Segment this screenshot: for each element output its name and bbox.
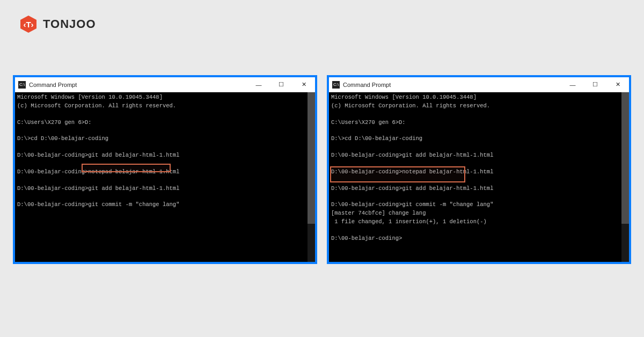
window-title: Command Prompt [343, 82, 391, 88]
minimize-button[interactable]: — [247, 77, 270, 92]
term-line: C:\Users\X270 gen 6>D: [17, 119, 313, 127]
titlebar[interactable]: C:\ Command Prompt — ☐ ✕ [329, 77, 629, 92]
terminal-body[interactable]: Microsoft Windows [Version 10.0.19045.34… [329, 92, 629, 262]
close-button[interactable]: ✕ [606, 77, 629, 92]
minimize-button[interactable]: — [561, 77, 584, 92]
scrollbar[interactable] [621, 92, 629, 262]
term-line: D:\00-belajar-coding>git add belajar-htm… [17, 185, 313, 193]
titlebar[interactable]: C:\ Command Prompt — ☐ ✕ [15, 77, 315, 92]
term-line: (c) Microsoft Corporation. All rights re… [331, 102, 627, 111]
window-controls: — ☐ ✕ [247, 77, 315, 92]
term-line: D:\00-belajar-coding>notepad belajar-htm… [17, 168, 313, 177]
term-line: D:\00-belajar-coding>git add belajar-htm… [331, 185, 627, 193]
term-line: D:\00-belajar-coding>notepad belajar-htm… [331, 168, 627, 177]
cmd-window-left: C:\ Command Prompt — ☐ ✕ Microsoft Windo… [13, 75, 317, 264]
term-line: (c) Microsoft Corporation. All rights re… [17, 102, 313, 111]
term-output: [master 74cbfce] change lang [331, 209, 627, 218]
maximize-button[interactable]: ☐ [584, 77, 606, 92]
term-line: Microsoft Windows [Version 10.0.19045.34… [331, 93, 627, 102]
term-output: 1 file changed, 1 insertion(+), 1 deleti… [331, 218, 627, 226]
scrollbar[interactable] [308, 92, 315, 262]
logo-hex-icon: ‹T› [19, 15, 38, 33]
window-controls: — ☐ ✕ [561, 77, 629, 92]
term-line: D:\>cd D:\00-belajar-coding [331, 135, 627, 143]
term-prompt: D:\00-belajar-coding> [331, 201, 402, 208]
svg-text:‹T›: ‹T› [23, 20, 33, 29]
term-line: D:\00-belajar-coding>git commit -m "chan… [17, 201, 313, 209]
term-prompt: D:\00-belajar-coding> [17, 201, 88, 208]
term-command: git commit -m "change lang" [402, 201, 493, 208]
cmd-window-right: C:\ Command Prompt — ☐ ✕ Microsoft Windo… [327, 75, 631, 264]
term-line: C:\Users\X270 gen 6>D: [331, 119, 627, 127]
close-button[interactable]: ✕ [292, 77, 315, 92]
term-command: git commit -m "change lang" [88, 201, 179, 208]
term-line: D:\00-belajar-coding>git add belajar-htm… [331, 151, 627, 160]
scrollbar-thumb[interactable] [621, 92, 629, 224]
term-line: Microsoft Windows [Version 10.0.19045.34… [17, 93, 313, 102]
maximize-button[interactable]: ☐ [270, 77, 292, 92]
window-title: Command Prompt [29, 82, 77, 88]
windows-container: C:\ Command Prompt — ☐ ✕ Microsoft Windo… [13, 75, 631, 264]
cmd-icon: C:\ [332, 81, 340, 89]
term-line: D:\>cd D:\00-belajar-coding [17, 135, 313, 143]
scrollbar-thumb[interactable] [308, 92, 315, 224]
brand-logo: ‹T› TONJOO [19, 15, 96, 33]
term-prompt: D:\00-belajar-coding> [331, 235, 627, 243]
term-line: D:\00-belajar-coding>git commit -m "chan… [331, 201, 627, 209]
term-line: D:\00-belajar-coding>git add belajar-htm… [17, 151, 313, 160]
terminal-body[interactable]: Microsoft Windows [Version 10.0.19045.34… [15, 92, 315, 262]
brand-name: TONJOO [43, 17, 96, 31]
cmd-icon: C:\ [18, 81, 26, 89]
